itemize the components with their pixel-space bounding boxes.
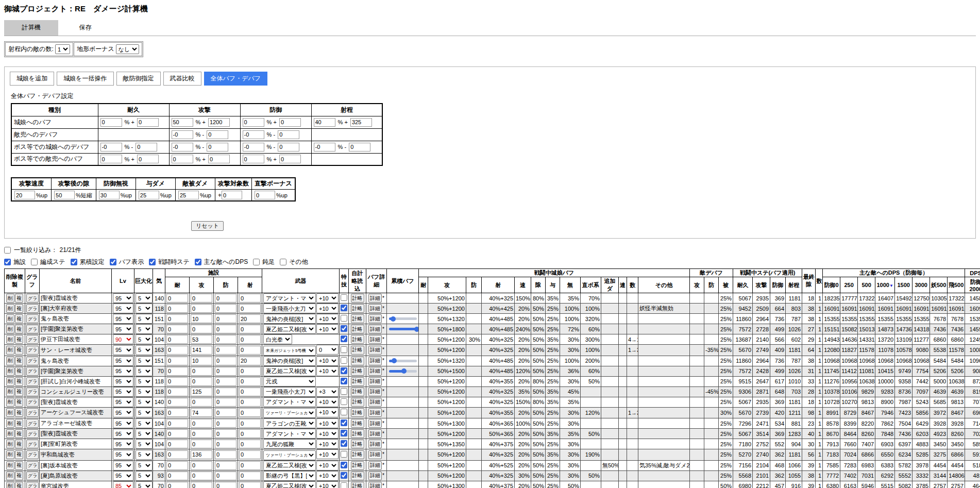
copy-button[interactable]: 複 <box>15 335 23 344</box>
facility-input[interactable] <box>166 335 188 344</box>
buff-detail-button[interactable]: 詳細 <box>368 429 382 438</box>
tokugi-checkbox[interactable] <box>341 472 347 479</box>
buff-flat-input[interactable] <box>208 155 230 163</box>
weapon-select[interactable]: 影継の弓【黒】[改] <box>263 471 316 481</box>
weapon-select[interactable]: アダマント・マグナ <box>263 293 316 303</box>
lv-select[interactable]: 95 <box>113 304 133 313</box>
buff-pct-input[interactable] <box>100 143 122 152</box>
kyodaika-select[interactable]: 5 <box>136 293 153 303</box>
copy-button[interactable]: 複 <box>15 472 23 480</box>
filter-checkbox-6[interactable] <box>253 259 260 265</box>
facility-input[interactable] <box>191 325 212 333</box>
facility-input[interactable] <box>191 482 212 488</box>
buff-pct-input[interactable] <box>314 143 335 152</box>
buff-pct-input[interactable] <box>243 143 264 152</box>
tokugi-checkbox[interactable] <box>341 294 347 301</box>
buff-detail-button[interactable]: 詳細 <box>368 388 382 396</box>
facility-input[interactable] <box>239 335 261 344</box>
copy-button[interactable]: 複 <box>15 408 23 417</box>
facility-input[interactable] <box>166 377 188 386</box>
speed-value-input[interactable] <box>255 191 275 199</box>
weapon-plus-select[interactable]: +10 <box>316 461 339 470</box>
delete-button[interactable]: 削 <box>6 304 14 313</box>
delete-button[interactable]: 削 <box>6 408 14 417</box>
delete-button[interactable]: 削 <box>6 472 14 480</box>
facility-input[interactable] <box>239 346 261 355</box>
facility-input[interactable] <box>215 377 236 386</box>
weapon-select[interactable]: 夏乙姫二又槍[改] <box>263 461 316 470</box>
lv-select[interactable]: 95 <box>113 471 133 481</box>
weapon-plus-select[interactable]: 0 <box>316 345 339 355</box>
graph-button[interactable]: グラ <box>26 335 39 344</box>
weapon-plus-select[interactable]: +3 <box>316 387 339 397</box>
buff-flat-input[interactable] <box>278 143 299 152</box>
weapon-select[interactable]: アラゴンの王靴 <box>263 418 316 428</box>
facility-input[interactable] <box>239 461 261 470</box>
facility-input[interactable] <box>191 357 212 365</box>
copy-button[interactable]: 複 <box>15 482 23 488</box>
copy-button[interactable]: 複 <box>15 346 23 355</box>
delete-button[interactable]: 削 <box>6 429 14 438</box>
facility-input[interactable] <box>239 357 261 365</box>
kyodaika-select[interactable]: 5 <box>136 439 153 449</box>
copy-button[interactable]: 複 <box>15 440 23 448</box>
slider-knob[interactable] <box>401 368 407 374</box>
graph-button[interactable]: グラ <box>26 367 39 376</box>
weapon-plus-select[interactable]: +10 <box>316 449 339 459</box>
buff-flat-input[interactable] <box>279 155 301 163</box>
keiryaku-load-button[interactable]: 計略 <box>351 377 364 386</box>
speed-value-input[interactable] <box>54 191 75 199</box>
weapon-select[interactable]: 未来ガジェット5号機 <box>263 346 316 356</box>
kyodaika-select[interactable]: 5 <box>136 471 153 481</box>
delete-button[interactable]: 削 <box>6 419 14 428</box>
facility-input[interactable] <box>239 377 261 386</box>
keiryaku-load-button[interactable]: 計略 <box>351 346 364 355</box>
buff-detail-button[interactable]: 詳細 <box>368 346 382 355</box>
facility-input[interactable] <box>166 429 188 438</box>
delete-button[interactable]: 削 <box>6 346 14 355</box>
facility-input[interactable] <box>215 335 236 344</box>
lv-select[interactable]: 95 <box>113 408 133 417</box>
kyodaika-select[interactable]: 5 <box>136 304 153 313</box>
lv-select[interactable]: 95 <box>113 366 133 376</box>
keiryaku-load-button[interactable]: 計略 <box>351 461 364 470</box>
facility-input[interactable] <box>215 440 236 448</box>
facility-input[interactable] <box>215 429 236 438</box>
kyodaika-select[interactable]: 5 <box>136 387 153 397</box>
facility-input[interactable] <box>215 450 236 459</box>
facility-input[interactable] <box>166 294 188 302</box>
weapon-select[interactable]: 鬼神の炎槌[改] <box>263 356 316 366</box>
facility-input[interactable] <box>239 429 261 438</box>
weapon-plus-select[interactable]: +10 <box>316 356 339 366</box>
kyodaika-select[interactable]: 5 <box>136 377 153 386</box>
weapon-select[interactable]: ツァーリ・プーシュカ <box>263 408 316 418</box>
facility-input[interactable] <box>215 304 236 313</box>
facility-input[interactable] <box>239 419 261 428</box>
buff-detail-button[interactable]: 詳細 <box>368 377 382 386</box>
subtab-5[interactable]: 全体バフ・デバフ <box>204 72 267 86</box>
tokugi-checkbox[interactable] <box>341 398 347 405</box>
delete-button[interactable]: 削 <box>6 398 14 407</box>
keiryaku-load-button[interactable]: 計略 <box>351 335 364 344</box>
filter-checkbox-1[interactable] <box>31 259 38 265</box>
facility-input[interactable] <box>191 398 212 407</box>
delete-button[interactable]: 削 <box>6 335 14 344</box>
buff-flat-input[interactable] <box>208 118 230 127</box>
weapon-select[interactable]: 一乗飛燕小太刀 <box>263 304 316 313</box>
weapon-plus-select[interactable]: +10 <box>316 324 339 334</box>
graph-button[interactable]: グラ <box>26 461 39 470</box>
keiryaku-load-button[interactable]: 計略 <box>351 388 364 396</box>
facility-input[interactable] <box>166 450 188 459</box>
buff-detail-button[interactable]: 詳細 <box>368 357 382 365</box>
facility-input[interactable] <box>215 346 236 355</box>
weapon-select[interactable]: ツァーリ・プーシュカ <box>263 450 316 460</box>
graph-button[interactable]: グラ <box>26 377 39 386</box>
graph-button[interactable]: グラ <box>26 294 39 302</box>
kyodaika-select[interactable]: 5 <box>136 324 153 334</box>
filter-checkbox-5[interactable] <box>195 259 201 265</box>
buff-detail-button[interactable]: 詳細 <box>368 294 382 302</box>
keiryaku-load-button[interactable]: 計略 <box>351 314 364 323</box>
facility-input[interactable] <box>215 388 236 396</box>
buff-detail-button[interactable]: 詳細 <box>368 419 382 428</box>
lv-select[interactable]: 95 <box>113 293 133 303</box>
